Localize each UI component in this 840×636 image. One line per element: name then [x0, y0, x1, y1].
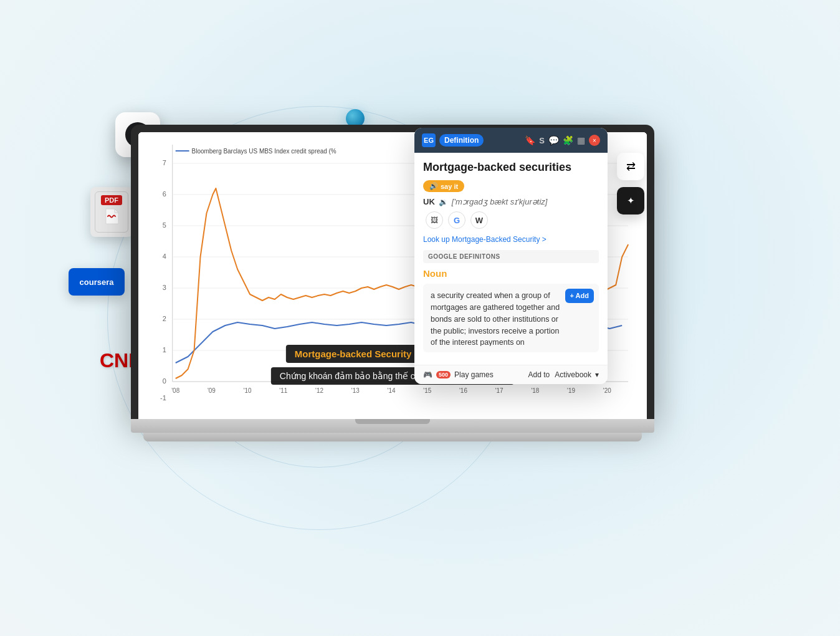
popup-tabs: Definition — [439, 134, 521, 147]
definition-tab[interactable]: Definition — [439, 134, 484, 147]
coursera-label: coursera — [80, 277, 114, 287]
image-search-icon[interactable]: 🖼 — [426, 211, 443, 229]
svg-text:'11: '11 — [279, 387, 287, 394]
svg-text:'19: '19 — [567, 387, 575, 394]
svg-text:'18: '18 — [531, 387, 539, 394]
laptop-base — [131, 419, 654, 433]
google-icon[interactable]: G — [448, 211, 465, 229]
google-defs-header: GOOGLE DEFINITONS — [423, 250, 599, 263]
popup-header: EG Definition 🔖 S 💬 🧩 ▦ × — [414, 128, 608, 153]
svg-text:1: 1 — [163, 346, 166, 354]
region-label: UK — [423, 197, 435, 206]
svg-text:'17: '17 — [495, 387, 504, 394]
activebook-label: Activebook — [555, 370, 591, 379]
eg-icon: EG — [422, 133, 436, 147]
svg-text:'12: '12 — [315, 387, 323, 394]
say-it-label: say it — [441, 183, 458, 190]
laptop-foot — [143, 433, 642, 441]
game-badge: 500 — [436, 371, 451, 378]
ai-side-icon[interactable]: ✦ — [617, 187, 644, 214]
gamepad-icon: 🎮 — [423, 370, 432, 379]
svg-text:-1: -1 — [160, 394, 166, 402]
svg-text:'15: '15 — [423, 387, 431, 394]
add-to-label: Add to — [528, 370, 550, 379]
popup-header-icons: 🔖 S 💬 🧩 ▦ — [525, 135, 585, 145]
svg-text:6: 6 — [163, 190, 166, 198]
svg-text:'20: '20 — [603, 387, 611, 394]
action-icons-row: 🖼 G W — [423, 211, 599, 229]
activebook-button[interactable]: Add to Activebook ▾ — [528, 370, 599, 379]
coursera-icon[interactable]: coursera — [69, 268, 125, 296]
svg-text:'09: '09 — [208, 387, 216, 394]
bookmark-icon[interactable]: 🔖 — [525, 135, 535, 145]
subtitle-highlight: Mortgage-backed Security — [295, 349, 412, 359]
definition-card: + Add a security created when a group of… — [423, 284, 599, 352]
wikipedia-icon[interactable]: W — [470, 211, 488, 229]
chat-icon[interactable]: 💬 — [548, 135, 559, 145]
translate-side-icon[interactable]: ⇄ — [617, 153, 644, 180]
svg-text:Bloomberg Barclays US MBS Inde: Bloomberg Barclays US MBS Index credit s… — [192, 148, 336, 155]
svg-text:'13: '13 — [351, 387, 360, 394]
add-button[interactable]: + Add — [565, 289, 594, 303]
popup-body: Mortgage-backed securities 🔊 say it UK 🔉… — [414, 153, 608, 365]
noun-label: Noun — [423, 268, 599, 279]
svg-text:7: 7 — [163, 159, 166, 166]
definition-popup: EG Definition 🔖 S 💬 🧩 ▦ × Mortgage-backe… — [414, 128, 608, 384]
svg-text:3: 3 — [163, 284, 166, 291]
pronunciation: UK 🔉 ['mɔrgadʒ bækt sɪ'kjurətiz] — [423, 197, 599, 206]
svg-text:'08: '08 — [171, 387, 179, 394]
play-games-button[interactable]: 🎮 500 Play games — [423, 370, 494, 379]
svg-text:2: 2 — [163, 315, 166, 322]
say-it-button[interactable]: 🔊 say it — [423, 180, 464, 192]
word-title: Mortgage-backed securities — [423, 160, 599, 175]
audio-small-icon[interactable]: 🔉 — [439, 198, 448, 206]
close-button[interactable]: × — [589, 135, 600, 146]
pdf-icon[interactable]: PDF — [90, 187, 133, 237]
svg-text:4: 4 — [163, 253, 166, 260]
svg-text:'14: '14 — [388, 387, 396, 394]
svg-text:'10: '10 — [244, 387, 252, 394]
chevron-down-icon: ▾ — [595, 370, 599, 379]
svg-text:'16: '16 — [459, 387, 467, 394]
lookup-link[interactable]: Look up Mortgage-Backed Security > — [423, 235, 599, 244]
audio-icon: 🔊 — [429, 182, 438, 190]
menu-icon[interactable]: ▦ — [577, 135, 585, 145]
ipa-text: ['mɔrgadʒ bækt sɪ'kjurətiz] — [452, 197, 548, 206]
s-icon[interactable]: S — [539, 136, 545, 145]
popup-footer: 🎮 500 Play games Add to Activebook ▾ — [414, 365, 608, 384]
svg-text:0: 0 — [163, 377, 166, 385]
svg-text:5: 5 — [163, 221, 166, 229]
puzzle-icon[interactable]: 🧩 — [563, 135, 573, 145]
play-games-label: Play games — [454, 370, 494, 379]
